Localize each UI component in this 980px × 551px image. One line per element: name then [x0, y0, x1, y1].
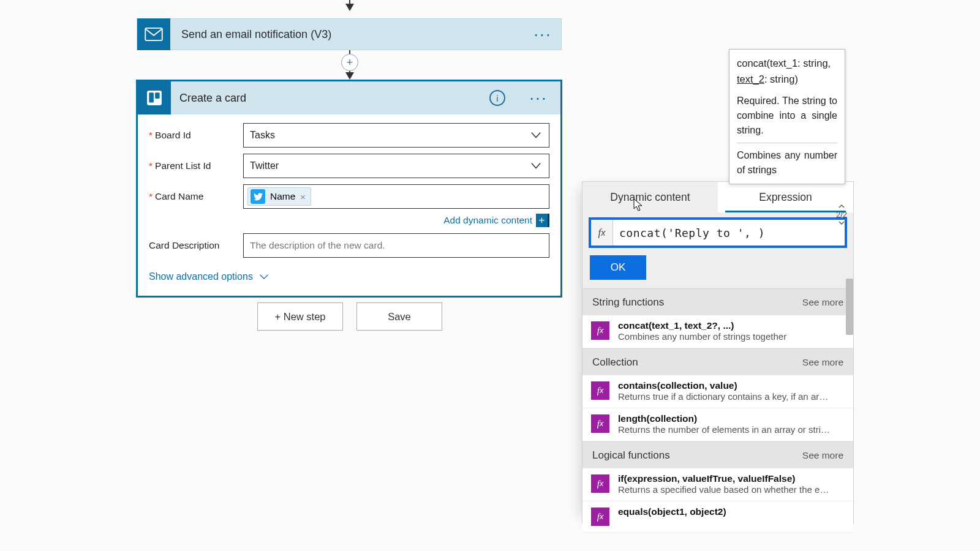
trello-icon — [138, 81, 171, 114]
scrollbar[interactable] — [846, 279, 853, 335]
see-more-link[interactable]: See more — [802, 297, 843, 308]
fn-if[interactable]: fx if(expression, valueIfTrue, valueIfFa… — [582, 468, 853, 501]
card-description-input[interactable]: The description of the new card. — [243, 233, 549, 258]
fx-icon: fx — [591, 474, 609, 493]
add-dynamic-content-link[interactable]: Add dynamic content — [443, 215, 532, 226]
fn-concat[interactable]: fx concat(text_1, text_2?, ...) Combines… — [582, 315, 853, 348]
svg-rect-0 — [145, 28, 162, 40]
card-name-input[interactable]: Name × — [243, 184, 549, 209]
card-header[interactable]: Create a card i ··· — [138, 81, 560, 114]
save-button[interactable]: Save — [356, 302, 442, 331]
fn-length[interactable]: fx length(collection) Returns the number… — [582, 408, 853, 441]
action-title: Send an email notification (V3) — [181, 28, 524, 41]
parent-list-id-label: *Parent List Id — [149, 160, 243, 171]
token-label: Name — [270, 191, 295, 202]
card-name-label: *Card Name — [149, 191, 243, 202]
see-more-link[interactable]: See more — [802, 450, 843, 461]
see-more-link[interactable]: See more — [802, 357, 843, 368]
group-logical-functions: Logical functions See more — [582, 441, 853, 468]
expression-tooltip: concat(text_1: string, text_2: string) R… — [729, 49, 845, 184]
chevron-up-icon — [839, 204, 845, 209]
fx-icon: fx — [591, 381, 609, 400]
svg-rect-3 — [155, 92, 160, 99]
fx-icon: fx — [591, 321, 609, 340]
mail-icon — [137, 18, 170, 50]
add-dynamic-content-button[interactable]: + — [536, 214, 549, 227]
fx-icon: fx — [591, 508, 609, 526]
ok-button[interactable]: OK — [590, 255, 646, 280]
show-advanced-options-toggle[interactable]: Show advanced options — [149, 271, 549, 282]
new-step-button[interactable]: + New step — [257, 302, 343, 331]
svg-rect-2 — [149, 92, 154, 102]
group-collection: Collection See more — [582, 348, 853, 375]
token-remove-button[interactable]: × — [300, 192, 306, 202]
action-menu-button[interactable]: ··· — [524, 24, 561, 44]
action-create-card: Create a card i ··· *Board Id Tasks *Par… — [136, 80, 562, 298]
add-step-inline-button[interactable]: + — [341, 54, 358, 71]
dynamic-token-name[interactable]: Name × — [247, 187, 311, 206]
card-menu-button[interactable]: ··· — [520, 88, 557, 108]
card-title: Create a card — [179, 92, 489, 105]
fn-equals[interactable]: fx equals(object1, object2) — [582, 501, 853, 533]
fx-icon: fx — [591, 414, 609, 433]
board-id-label: *Board Id — [149, 130, 243, 141]
card-description-label: Card Description — [149, 240, 243, 251]
chevron-down-icon — [839, 220, 845, 225]
expression-text: concat('Reply to ', ) — [613, 227, 845, 239]
group-string-functions: String functions See more — [582, 288, 853, 315]
parent-list-id-select[interactable]: Twitter — [243, 154, 549, 178]
expression-panel: Dynamic content Expression 2/2 fx concat… — [582, 181, 854, 524]
tab-dynamic-content[interactable]: Dynamic content — [582, 182, 718, 212]
chevron-down-icon — [530, 131, 541, 142]
action-email-notification[interactable]: Send an email notification (V3) ··· — [137, 18, 562, 50]
tab-expression[interactable]: Expression — [718, 182, 853, 212]
flow-arrow-top — [349, 0, 350, 10]
expression-input[interactable]: fx concat('Reply to ', ) — [589, 217, 847, 248]
fx-icon: fx — [591, 220, 613, 246]
fn-contains[interactable]: fx contains(collection, value) Returns t… — [582, 375, 853, 408]
board-id-select[interactable]: Tasks — [243, 123, 549, 148]
info-icon[interactable]: i — [489, 90, 505, 106]
twitter-icon — [251, 189, 265, 204]
tab-page-indicator[interactable]: 2/2 — [836, 204, 847, 225]
chevron-down-icon — [530, 162, 541, 173]
